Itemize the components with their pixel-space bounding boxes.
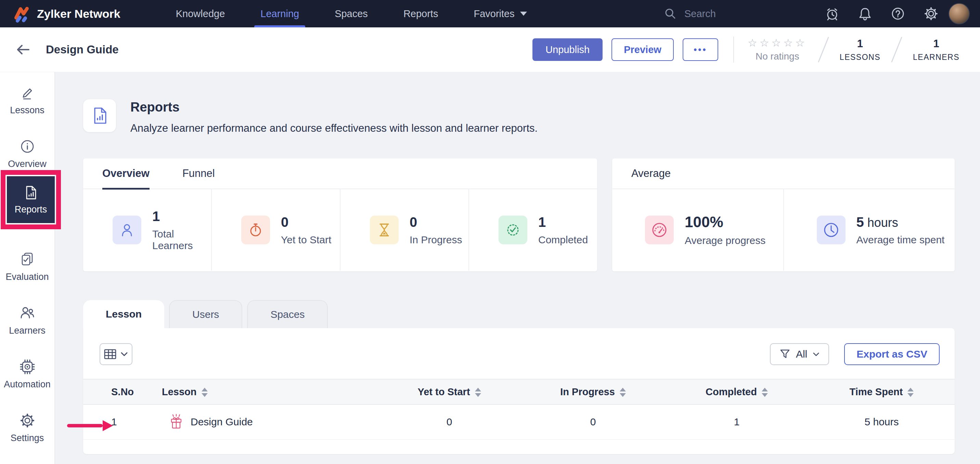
nav-item-spaces[interactable]: Spaces bbox=[317, 0, 386, 27]
overview-card: Overview Funnel 1 Total Learners bbox=[83, 159, 597, 271]
unpublish-button[interactable]: Unpublish bbox=[533, 38, 603, 61]
divider bbox=[891, 37, 902, 62]
hourglass-icon bbox=[370, 216, 399, 244]
learners-label: LEARNERS bbox=[913, 53, 959, 62]
row-completed: 1 bbox=[665, 404, 808, 439]
column-picker-button[interactable] bbox=[100, 343, 132, 365]
info-circle-icon bbox=[19, 138, 36, 155]
page-title: Reports bbox=[130, 100, 538, 114]
alarm-clock-icon[interactable] bbox=[825, 6, 840, 21]
tab-users[interactable]: Users bbox=[169, 300, 242, 328]
star-icon: ☆ bbox=[783, 37, 795, 49]
export-csv-button[interactable]: Export as CSV bbox=[844, 343, 940, 365]
lesson-link[interactable]: Design Guide bbox=[162, 414, 377, 430]
rating-block: ☆☆☆☆☆ No ratings bbox=[748, 38, 807, 62]
report-table-tabs: Lesson Users Spaces bbox=[83, 300, 955, 328]
search-input[interactable]: Search bbox=[664, 7, 825, 20]
annotation-arrow bbox=[67, 420, 113, 431]
brand-name: Zylker Network bbox=[37, 7, 121, 21]
chevron-down-icon bbox=[520, 12, 527, 16]
page-header: Reports Analyze learner performance and … bbox=[83, 99, 955, 135]
sort-icon bbox=[762, 388, 768, 397]
lesson-report-table-card: All Export as CSV S.No Lesson Yet to Sta… bbox=[83, 328, 955, 454]
sidebar-item-reports[interactable]: Reports bbox=[7, 176, 55, 223]
page-description: Analyze learner performance and course e… bbox=[130, 122, 538, 135]
pencil-icon bbox=[19, 84, 36, 101]
sidebar-item-lessons[interactable]: Lessons bbox=[0, 84, 54, 116]
stat-total-learners: 1 Total Learners bbox=[83, 189, 212, 271]
settings-gear-icon[interactable] bbox=[923, 6, 939, 22]
sort-icon bbox=[202, 388, 208, 397]
annotation-box: Reports bbox=[1, 170, 61, 229]
learners-count: 1 bbox=[913, 38, 959, 50]
stat-yet-to-start: 0 Yet to Start bbox=[212, 189, 340, 271]
table-columns-icon bbox=[104, 349, 116, 359]
funnel-icon bbox=[780, 349, 791, 360]
sidebar-item-settings[interactable]: Settings bbox=[0, 412, 54, 443]
course-header-bar: Design Guide Unpublish Preview ••• ☆☆☆☆☆… bbox=[0, 27, 980, 72]
row-in-progress: 0 bbox=[521, 404, 665, 439]
help-icon[interactable] bbox=[890, 6, 905, 21]
divider bbox=[733, 37, 734, 63]
gear-icon bbox=[19, 412, 36, 429]
lessons-count-stat: 1 LESSONS bbox=[840, 38, 880, 62]
sidebar-item-overview[interactable]: Overview bbox=[0, 138, 54, 169]
nav-item-reports[interactable]: Reports bbox=[386, 0, 456, 27]
reports-page-icon bbox=[83, 99, 116, 132]
stat-in-progress: 0 In Progress bbox=[340, 189, 469, 271]
tab-lesson[interactable]: Lesson bbox=[83, 300, 164, 328]
rating-stars: ☆☆☆☆☆ bbox=[748, 38, 807, 48]
bell-icon[interactable] bbox=[858, 6, 873, 21]
table-controls: All Export as CSV bbox=[83, 343, 955, 379]
star-icon: ☆ bbox=[771, 37, 783, 49]
column-header-completed[interactable]: Completed bbox=[665, 379, 808, 404]
average-card: Average 100% Average progress bbox=[612, 159, 955, 271]
search-placeholder: Search bbox=[684, 8, 716, 19]
person-icon bbox=[113, 216, 141, 244]
back-arrow-icon[interactable] bbox=[14, 41, 32, 58]
learners-count-stat: 1 LEARNERS bbox=[913, 38, 959, 62]
clipboard-check-icon bbox=[19, 251, 36, 268]
lessons-count: 1 bbox=[840, 38, 880, 50]
sidebar-item-evaluation[interactable]: Evaluation bbox=[0, 251, 54, 282]
sidebar-item-learners[interactable]: Learners bbox=[0, 305, 54, 336]
sidebar-item-automation[interactable]: Automation bbox=[0, 359, 54, 390]
lesson-report-table: S.No Lesson Yet to Start In Progress Com… bbox=[83, 379, 955, 440]
course-title: Design Guide bbox=[46, 43, 119, 56]
nav-item-learning[interactable]: Learning bbox=[243, 0, 317, 27]
filter-dropdown[interactable]: All bbox=[770, 343, 829, 365]
sort-icon bbox=[907, 388, 914, 397]
chevron-down-icon bbox=[121, 352, 128, 356]
star-icon: ☆ bbox=[760, 37, 772, 49]
tab-overview[interactable]: Overview bbox=[102, 158, 150, 189]
gift-box-icon bbox=[169, 414, 184, 430]
reports-page: Reports Analyze learner performance and … bbox=[55, 72, 980, 464]
average-card-title: Average bbox=[631, 167, 671, 180]
nav-item-favorites[interactable]: Favorites bbox=[456, 0, 544, 27]
filter-value: All bbox=[796, 348, 807, 360]
column-header-sno: S.No bbox=[83, 379, 162, 404]
sort-icon bbox=[620, 388, 626, 397]
main-nav: Knowledge Learning Spaces Reports Favori… bbox=[158, 0, 545, 27]
nav-item-knowledge[interactable]: Knowledge bbox=[158, 0, 243, 27]
search-icon bbox=[664, 7, 677, 20]
brand[interactable]: Zylker Network bbox=[12, 5, 121, 22]
column-header-yet-to-start[interactable]: Yet to Start bbox=[377, 379, 521, 404]
tab-funnel[interactable]: Funnel bbox=[182, 158, 215, 189]
sort-icon bbox=[475, 388, 481, 397]
report-document-icon bbox=[22, 184, 39, 201]
star-icon: ☆ bbox=[795, 37, 807, 49]
more-options-button[interactable]: ••• bbox=[682, 38, 718, 61]
row-yet-to-start: 0 bbox=[377, 404, 521, 439]
column-header-lesson[interactable]: Lesson bbox=[162, 379, 377, 404]
column-header-time-spent[interactable]: Time Spent bbox=[808, 379, 955, 404]
user-avatar[interactable] bbox=[948, 3, 970, 24]
tab-spaces[interactable]: Spaces bbox=[247, 300, 328, 328]
star-icon: ☆ bbox=[748, 37, 760, 49]
preview-button[interactable]: Preview bbox=[611, 38, 674, 61]
row-time-spent: 5 hours bbox=[808, 404, 955, 439]
table-header-row: S.No Lesson Yet to Start In Progress Com… bbox=[83, 379, 955, 404]
column-header-in-progress[interactable]: In Progress bbox=[521, 379, 665, 404]
badge-check-icon bbox=[498, 216, 527, 244]
table-row[interactable]: 1 Design Guide 0 0 1 5 hour bbox=[83, 404, 955, 439]
